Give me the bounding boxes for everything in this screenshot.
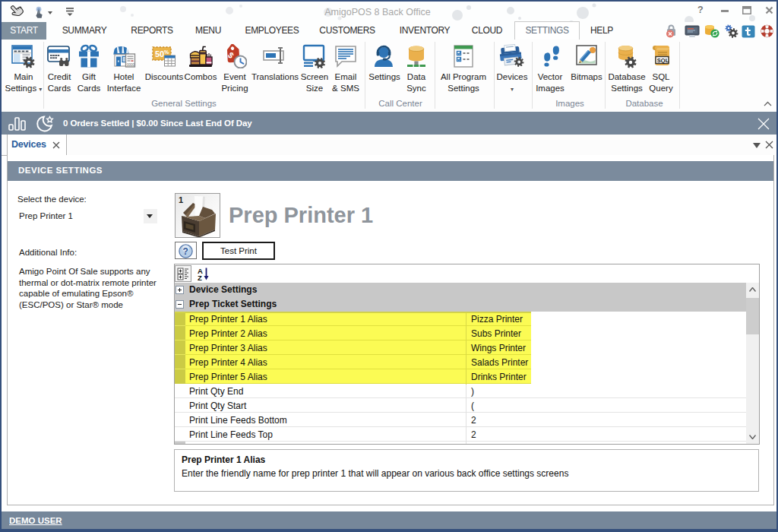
svg-text:SQL: SQL	[657, 57, 669, 64]
svg-text:50: 50	[155, 49, 164, 59]
svg-text:%: %	[164, 49, 169, 55]
svg-text:0000: 0000	[127, 63, 135, 67]
svg-text:?: ?	[183, 246, 188, 257]
svg-text:Z: Z	[198, 274, 202, 281]
